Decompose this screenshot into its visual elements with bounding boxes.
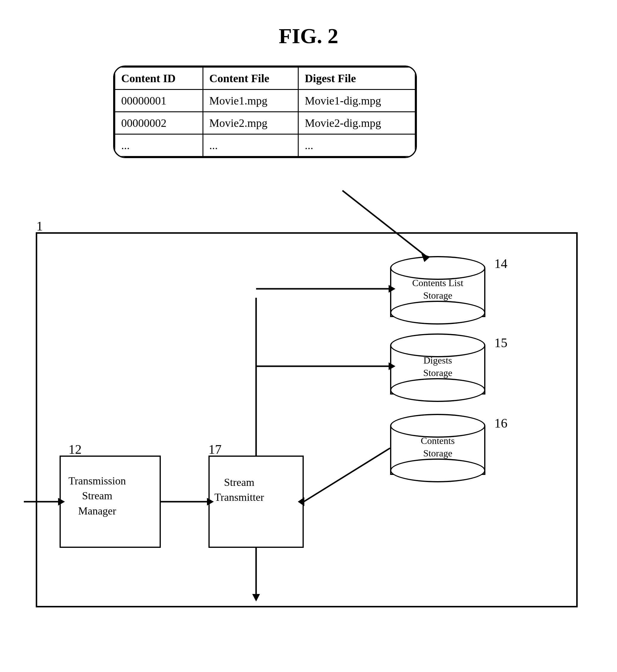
- cell-digest-1: Movie1-dig.mpg: [298, 89, 415, 112]
- cell-id-1: 00000001: [115, 89, 203, 112]
- cylinder-15-label: Digests Storage: [390, 354, 485, 379]
- table-row: 00000001 Movie1.mpg Movie1-dig.mpg: [115, 89, 415, 112]
- stream-transmitter-label: Stream Transmitter: [214, 475, 264, 505]
- tsm-label: Transmission Stream Manager: [68, 473, 126, 518]
- col-content-id: Content ID: [115, 67, 203, 89]
- cylinder-16-label: Contents Storage: [390, 435, 485, 459]
- cell-digest-2: Movie2-dig.mpg: [298, 112, 415, 134]
- cell-digest-3: ...: [298, 134, 415, 157]
- table-bubble: Content ID Content File Digest File 0000…: [113, 65, 417, 158]
- cell-file-1: Movie1.mpg: [203, 89, 298, 112]
- label-15: 15: [494, 335, 507, 351]
- cylinder-14-label: Contents List Storage: [390, 277, 485, 301]
- label-1: 1: [36, 219, 43, 234]
- table-row: ... ... ...: [115, 134, 415, 157]
- digests-storage-cylinder: Digests Storage: [390, 333, 485, 402]
- content-list-table: Content ID Content File Digest File 0000…: [113, 65, 417, 158]
- col-content-file: Content File: [203, 67, 298, 89]
- label-16: 16: [494, 416, 507, 431]
- cell-file-3: ...: [203, 134, 298, 157]
- cell-id-3: ...: [115, 134, 203, 157]
- table-header-row: Content ID Content File Digest File: [115, 67, 415, 89]
- contents-storage-cylinder: Contents Storage: [390, 414, 485, 482]
- label-17: 17: [208, 442, 222, 457]
- label-12: 12: [68, 442, 81, 457]
- cell-file-2: Movie2.mpg: [203, 112, 298, 134]
- contents-list-storage-cylinder: Contents List Storage: [390, 256, 485, 324]
- label-14: 14: [494, 256, 507, 271]
- figure-title: FIG. 2: [279, 24, 338, 48]
- col-digest-file: Digest File: [298, 67, 415, 89]
- cell-id-2: 00000002: [115, 112, 203, 134]
- data-table: Content ID Content File Digest File 0000…: [114, 67, 416, 157]
- table-row: 00000002 Movie2.mpg Movie2-dig.mpg: [115, 112, 415, 134]
